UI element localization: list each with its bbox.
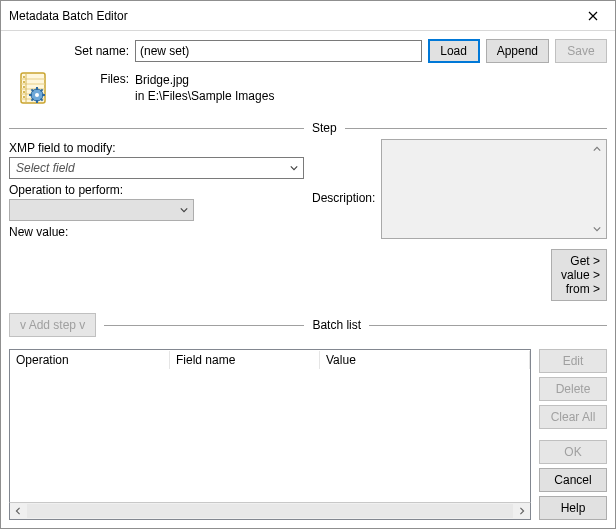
batch-list-header: Operation Field name Value	[10, 350, 530, 370]
xmp-combo-button[interactable]	[285, 158, 303, 178]
svg-line-11	[31, 89, 33, 91]
setname-label: Set name:	[9, 44, 129, 58]
batch-body: Operation Field name Value Edit	[9, 349, 607, 520]
ok-button: OK	[539, 440, 607, 464]
chevron-left-icon	[14, 507, 22, 515]
scroll-up-icon[interactable]	[589, 141, 605, 157]
newvalue-label: New value:	[9, 225, 304, 239]
step-group-header: Step	[9, 121, 607, 135]
append-button[interactable]: Append	[486, 39, 549, 63]
step-left: XMP field to modify: Select field Operat…	[9, 139, 304, 239]
right-buttons: Edit Delete Clear All OK Cancel Help	[539, 349, 607, 520]
batch-list-wrap: Operation Field name Value	[9, 349, 531, 520]
file-name: Bridge.jpg	[135, 72, 274, 88]
svg-line-14	[41, 89, 43, 91]
svg-point-4	[23, 91, 25, 93]
xmp-field-combo[interactable]: Select field	[9, 157, 304, 179]
scroll-track[interactable]	[27, 504, 513, 518]
column-value[interactable]: Value	[320, 351, 530, 369]
file-location: in E:\Files\Sample Images	[135, 88, 274, 104]
step-group: Step XMP field to modify: Select field O…	[9, 121, 607, 301]
chevron-down-icon	[290, 164, 298, 172]
scroll-left-button[interactable]	[10, 503, 26, 519]
column-operation[interactable]: Operation	[10, 351, 170, 369]
description-box	[381, 139, 607, 239]
get-value-from-button[interactable]: Get > value > from >	[551, 249, 607, 301]
getvalue-line2: value >	[558, 268, 600, 282]
batch-list-hscroll[interactable]	[9, 502, 531, 520]
batch-list[interactable]: Operation Field name Value	[9, 349, 531, 502]
getvalue-row: Get > value > from >	[9, 249, 607, 301]
chevron-down-icon	[593, 225, 601, 233]
batch-group-header: v Add step v Batch list	[9, 313, 607, 337]
window-title: Metadata Batch Editor	[9, 9, 571, 23]
svg-point-5	[23, 96, 25, 98]
chevron-up-icon	[593, 145, 601, 153]
edit-button: Edit	[539, 349, 607, 373]
svg-point-15	[35, 93, 39, 97]
svg-line-12	[41, 99, 43, 101]
close-icon	[588, 11, 598, 21]
close-button[interactable]	[571, 1, 615, 31]
svg-point-1	[23, 76, 25, 78]
batch-legend: Batch list	[312, 318, 361, 332]
files-text: Bridge.jpg in E:\Files\Sample Images	[135, 71, 274, 104]
delete-button: Delete	[539, 377, 607, 401]
add-step-button: v Add step v	[9, 313, 96, 337]
svg-point-2	[23, 81, 25, 83]
chevron-right-icon	[518, 507, 526, 515]
gear-document-icon	[15, 71, 51, 107]
step-legend: Step	[312, 121, 337, 135]
cancel-button[interactable]: Cancel	[539, 468, 607, 492]
operation-label: Operation to perform:	[9, 183, 304, 197]
svg-point-3	[23, 86, 25, 88]
operation-combo[interactable]	[9, 199, 194, 221]
operation-combo-button[interactable]	[175, 200, 193, 220]
chevron-down-icon	[180, 206, 188, 214]
client-area: Set name: Load Append Save	[1, 31, 615, 528]
help-button[interactable]: Help	[539, 496, 607, 520]
setname-input[interactable]	[135, 40, 422, 62]
xmp-combo-text: Select field	[16, 161, 75, 175]
clearall-button: Clear All	[539, 405, 607, 429]
description-label: Description:	[312, 139, 375, 205]
save-button: Save	[555, 39, 607, 63]
setname-row: Set name: Load Append Save	[9, 39, 607, 63]
scroll-down-icon[interactable]	[589, 221, 605, 237]
files-row: Files: Bridge.jpg in E:\Files\Sample Ima…	[9, 71, 607, 107]
step-right: Description:	[312, 139, 607, 239]
file-icon-slot	[9, 71, 57, 107]
window: Metadata Batch Editor Set name: Load App…	[0, 0, 616, 529]
titlebar: Metadata Batch Editor	[1, 1, 615, 31]
column-fieldname[interactable]: Field name	[170, 351, 320, 369]
load-button[interactable]: Load	[428, 39, 480, 63]
getvalue-line1: Get >	[558, 254, 600, 268]
svg-line-13	[31, 99, 33, 101]
xmp-label: XMP field to modify:	[9, 141, 304, 155]
files-label: Files:	[63, 71, 129, 86]
getvalue-line3: from >	[558, 282, 600, 296]
scroll-right-button[interactable]	[514, 503, 530, 519]
